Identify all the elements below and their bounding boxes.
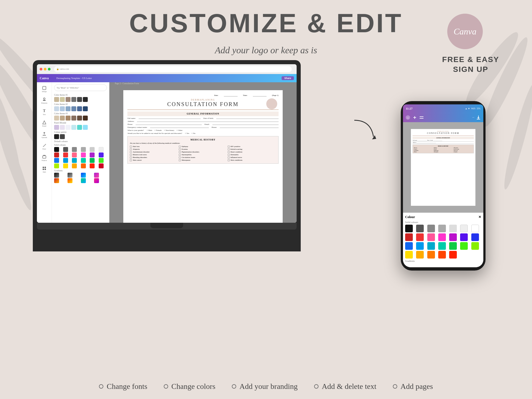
phone-swatch[interactable]	[405, 233, 413, 241]
gradient-swatch[interactable]	[94, 178, 99, 183]
color-swatch[interactable]	[63, 158, 68, 163]
color-swatch[interactable]	[72, 163, 77, 168]
sidebar-draw[interactable]: Draw	[38, 141, 51, 152]
color-swatch[interactable]	[81, 152, 86, 157]
sidebar-brand[interactable]: Brand	[38, 118, 51, 129]
phone-swatch[interactable]	[416, 225, 424, 232]
phone-swatch[interactable]	[427, 242, 435, 250]
color-swatch[interactable]	[54, 152, 59, 157]
color-swatch[interactable]	[54, 106, 59, 111]
phone-swatch[interactable]	[438, 225, 446, 232]
color-swatch[interactable]	[54, 125, 59, 130]
phone-swatch[interactable]	[405, 251, 413, 259]
phone-swatch[interactable]	[471, 242, 479, 250]
svg-point-3	[0, 93, 24, 180]
color-swatch[interactable]	[99, 158, 104, 163]
gradient-swatch[interactable]	[68, 178, 72, 183]
sidebar-projects[interactable]: Projects	[38, 152, 51, 163]
color-swatch[interactable]	[54, 163, 59, 168]
color-swatch[interactable]	[54, 158, 59, 163]
gradient-swatch[interactable]	[68, 173, 72, 178]
color-swatch[interactable]	[60, 106, 65, 111]
form-title-large: CONSULTATION FORM	[127, 101, 278, 107]
sidebar-uploads[interactable]: Uploads	[38, 130, 51, 140]
sidebar-text[interactable]: T Text	[38, 107, 51, 118]
phone-swatch[interactable]	[405, 225, 413, 232]
color-swatch[interactable]	[72, 152, 77, 157]
phone-swatch[interactable]	[416, 233, 424, 241]
color-swatch[interactable]	[77, 116, 82, 121]
phone-swatch[interactable]	[449, 251, 457, 259]
color-swatch[interactable]	[99, 152, 104, 157]
phone-swatch[interactable]	[471, 233, 479, 241]
gradients-label: Gradients	[54, 169, 107, 172]
color-swatch[interactable]	[77, 106, 82, 111]
color-swatch[interactable]	[66, 116, 71, 121]
color-swatch[interactable]	[71, 125, 76, 130]
color-swatch[interactable]	[90, 158, 95, 163]
color-search-input[interactable]	[54, 84, 107, 91]
color-swatch[interactable]	[66, 125, 71, 130]
color-swatch[interactable]	[81, 158, 86, 163]
phone-swatch[interactable]	[438, 233, 446, 241]
color-swatch[interactable]	[60, 116, 65, 121]
color-swatch[interactable]	[63, 152, 68, 157]
color-swatch[interactable]	[63, 147, 68, 152]
color-swatch[interactable]	[77, 125, 82, 130]
gradient-swatch[interactable]	[94, 173, 99, 178]
color-swatch[interactable]	[99, 163, 104, 168]
color-swatch[interactable]	[60, 97, 65, 102]
color-swatch[interactable]	[83, 116, 88, 121]
phone-swatch[interactable]	[438, 242, 446, 250]
color-swatch[interactable]	[66, 97, 71, 102]
phone-swatch[interactable]	[449, 242, 457, 250]
color-swatch[interactable]	[60, 134, 65, 139]
color-swatch[interactable]	[66, 106, 71, 111]
phone-close-button[interactable]: ✕	[478, 215, 481, 219]
phone-swatch[interactable]	[416, 242, 424, 250]
color-swatch[interactable]	[71, 116, 76, 121]
gradient-swatch[interactable]	[54, 178, 59, 183]
sidebar-apps[interactable]: Apps	[38, 164, 51, 175]
color-swatch[interactable]	[77, 97, 82, 102]
color-swatch[interactable]	[90, 152, 95, 157]
color-swatch[interactable]	[54, 116, 59, 121]
gradient-swatch[interactable]	[81, 173, 86, 178]
color-swatch[interactable]	[83, 125, 88, 130]
color-swatch[interactable]	[71, 106, 76, 111]
gradient-swatch[interactable]	[54, 173, 59, 178]
color-swatch[interactable]	[81, 147, 86, 152]
color-swatch[interactable]	[90, 163, 95, 168]
phone-swatch[interactable]	[449, 225, 457, 232]
phone-swatch[interactable]	[460, 242, 468, 250]
color-swatch[interactable]	[99, 147, 104, 152]
gradient-swatch[interactable]	[81, 178, 86, 183]
color-swatch[interactable]	[54, 134, 59, 139]
color-swatch[interactable]	[83, 97, 88, 102]
color-swatch[interactable]	[71, 97, 76, 102]
phone-swatch[interactable]	[438, 251, 446, 259]
color-swatch[interactable]	[81, 163, 86, 168]
color-swatch[interactable]	[72, 147, 77, 152]
phone-swatch[interactable]	[427, 233, 435, 241]
browser-bar: 🔒 canva.com	[37, 64, 297, 74]
phone-swatch[interactable]	[405, 242, 413, 250]
color-swatch[interactable]	[63, 163, 68, 168]
phone-swatch[interactable]	[460, 233, 468, 241]
color-swatch[interactable]	[54, 147, 59, 152]
color-swatch[interactable]	[90, 147, 95, 152]
color-swatch[interactable]	[54, 97, 59, 102]
phone-swatch[interactable]	[416, 251, 424, 259]
sidebar-design[interactable]: Design	[38, 84, 51, 95]
color-swatch[interactable]	[60, 125, 65, 130]
color-swatch[interactable]	[83, 106, 88, 111]
phone-swatch[interactable]	[427, 251, 435, 259]
sidebar-elements[interactable]: Elements	[38, 95, 51, 106]
color-swatch[interactable]	[72, 158, 77, 163]
phone-swatch[interactable]	[460, 225, 468, 232]
phone-swatch[interactable]	[471, 225, 479, 232]
phone-swatch[interactable]	[427, 225, 435, 232]
share-button[interactable]: Share	[282, 76, 294, 80]
condition-autoimmune: Autoimmune disorder	[130, 151, 178, 153]
phone-swatch[interactable]	[449, 233, 457, 241]
